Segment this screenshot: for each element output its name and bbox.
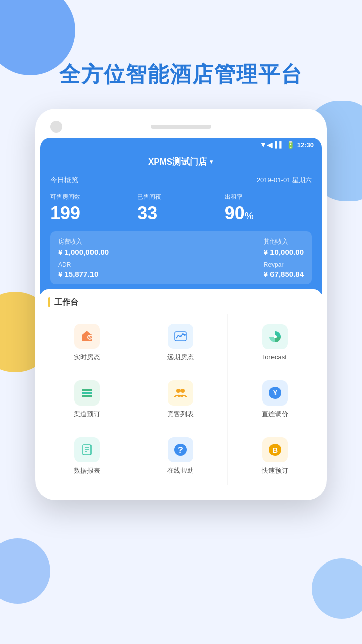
workspace-section: 工作台 实时房态 远期房态 [40,289,322,485]
guests-icon [168,380,193,406]
menu-label-pricing: 直连调价 [262,410,288,419]
menu-label-forecast: forecast [263,353,287,361]
dashboard-label: 今日概览 [50,176,78,185]
stat-label-sold: 已售间夜 [137,193,224,201]
svg-point-14 [180,389,185,393]
finance-section: 房费收入 ¥ 1,000,000.00 其他收入 ¥ 10,000.00 ADR… [50,231,312,284]
future-icon [168,324,193,349]
quickbook-icon: B [262,437,288,462]
status-bar: ▼◀ ▌▌ 🔋 12:30 [40,138,322,152]
signal-icon: ▌▌ [275,141,284,148]
reports-icon [74,437,100,462]
workspace-title: 工作台 [54,297,78,308]
app-screen: ▼◀ ▌▌ 🔋 12:30 XPMS测试门店 ▼ 今日概览 2019-01-01… [40,138,322,485]
realtime-icon [74,324,100,349]
wifi-icon: ▼◀ [260,141,273,149]
dropdown-icon: ▼ [209,159,214,165]
menu-item-guests[interactable]: 宾客列表 [134,371,228,428]
menu-item-forecast[interactable]: forecast [228,314,322,371]
svg-text:?: ? [178,446,184,454]
finance-room-income: 房费收入 ¥ 1,000,000.00 [58,237,109,256]
stat-label-occupancy: 出租率 [225,193,312,201]
menu-label-future: 远期房态 [167,353,194,362]
workspace-header: 工作台 [40,297,322,314]
app-header: XPMS测试门店 ▼ [40,152,322,176]
stat-value-sold: 33 [137,203,224,223]
svg-marker-1 [83,331,91,334]
menu-item-pricing[interactable]: ¥ 直连调价 [228,371,322,428]
svg-point-7 [184,334,186,336]
svg-point-9 [274,335,277,338]
stat-sold-rooms: 已售间夜 33 [137,193,224,223]
finance-adr: ADR ¥ 15,877.10 [58,261,98,278]
finance-row-1: 房费收入 ¥ 1,000,000.00 其他收入 ¥ 10,000.00 [58,237,304,256]
channel-icon [74,380,100,406]
finance-row-2: ADR ¥ 15,877.10 Revpar ¥ 67,850.84 [58,261,304,278]
stats-row: 可售房间数 199 已售间夜 33 出租率 90% [50,193,312,223]
svg-rect-12 [82,395,92,397]
bg-decoration-bottomleft [0,538,50,604]
phone-camera [50,121,62,133]
menu-label-reports: 数据报表 [74,466,100,475]
menu-item-realtime[interactable]: 实时房态 [40,314,134,371]
pricing-icon: ¥ [262,380,288,406]
svg-rect-11 [82,392,92,394]
menu-item-future[interactable]: 远期房态 [134,314,228,371]
forecast-icon [262,324,288,349]
status-icons: ▼◀ ▌▌ 🔋 12:30 [260,141,314,149]
status-time: 12:30 [297,141,314,149]
menu-label-guests: 宾客列表 [167,410,194,419]
svg-rect-10 [82,389,92,391]
phone-notch [40,121,322,138]
menu-item-reports[interactable]: 数据报表 [40,428,134,485]
stat-label-available: 可售房间数 [50,193,137,201]
menu-label-channel: 渠道预订 [74,410,100,419]
svg-text:¥: ¥ [273,389,277,397]
svg-point-13 [176,389,180,393]
finance-other-income: 其他收入 ¥ 10,000.00 [264,237,304,256]
bg-decoration-bottomright [312,558,362,619]
main-title: 全方位智能酒店管理平台 [0,0,362,109]
battery-icon: 🔋 [286,141,295,149]
menu-label-help: 在线帮助 [167,466,194,475]
phone-mockup: ▼◀ ▌▌ 🔋 12:30 XPMS测试门店 ▼ 今日概览 2019-01-01… [35,109,327,500]
dashboard: 今日概览 2019-01-01 星期六 可售房间数 199 已售间夜 33 出租… [40,176,322,294]
dashboard-title-row: 今日概览 2019-01-01 星期六 [50,176,312,185]
menu-item-quickbook[interactable]: B 快速预订 [228,428,322,485]
svg-text:B: B [273,446,278,454]
phone-frame: ▼◀ ▌▌ 🔋 12:30 XPMS测试门店 ▼ 今日概览 2019-01-01… [35,109,327,500]
store-name[interactable]: XPMS测试门店 ▼ [40,156,322,168]
finance-revpar: Revpar ¥ 67,850.84 [264,261,304,278]
menu-grid: 实时房态 远期房态 forecast [40,314,322,485]
dashboard-date: 2019-01-01 星期六 [257,176,312,185]
stat-occupancy: 出租率 90% [225,193,312,223]
menu-label-realtime: 实时房态 [74,353,100,362]
stat-available-rooms: 可售房间数 199 [50,193,137,223]
help-icon: ? [168,437,193,462]
stat-value-available: 199 [50,203,137,223]
phone-speaker [151,125,211,129]
workspace-indicator [48,297,50,307]
menu-item-help[interactable]: ? 在线帮助 [134,428,228,485]
stat-value-occupancy: 90% [225,203,312,223]
menu-label-quickbook: 快速预订 [262,466,288,475]
menu-item-channel[interactable]: 渠道预订 [40,371,134,428]
